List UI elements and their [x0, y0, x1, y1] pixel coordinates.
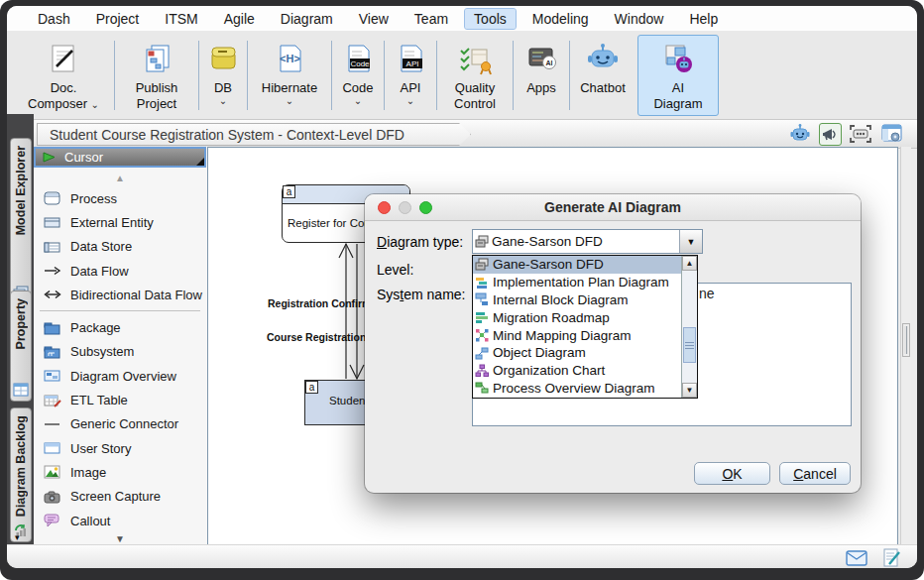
- dropdown-option-object-diagram[interactable]: Object Diagram: [473, 344, 697, 362]
- scroll-down-button[interactable]: ▼: [682, 383, 697, 398]
- breadcrumb[interactable]: Student Course Registration System - Con…: [37, 123, 471, 146]
- palette-item-image[interactable]: Image: [34, 460, 206, 484]
- zoom-icon[interactable]: [419, 201, 432, 214]
- etl-table-icon: [44, 394, 61, 407]
- flow-label-course-registration-request[interactable]: Course Registration R: [267, 331, 377, 343]
- chevron-down-icon: ⌄: [354, 96, 362, 106]
- cancel-button[interactable]: Cancel: [779, 462, 851, 485]
- code-icon: Code: [340, 39, 376, 80]
- menu-project[interactable]: Project: [87, 9, 149, 29]
- megaphone-icon[interactable]: [819, 123, 842, 146]
- dialog-title-bar[interactable]: Generate AI Diagram: [365, 194, 861, 221]
- document-edit-icon[interactable]: [883, 548, 901, 567]
- dropdown-option-internal-block[interactable]: Internal Block Diagram: [473, 291, 697, 309]
- tab-model-explorer[interactable]: Model Explorer: [10, 138, 32, 304]
- menu-window[interactable]: Window: [606, 9, 673, 29]
- right-panel-splitter[interactable]: [900, 147, 911, 547]
- splitter-grip[interactable]: [902, 323, 910, 357]
- scroll-up-button[interactable]: ▲: [682, 256, 697, 271]
- palette-scroll-down-arrow[interactable]: ▼: [34, 533, 206, 544]
- menu-team[interactable]: Team: [405, 9, 457, 29]
- palette-item-screen-capture[interactable]: Screen Capture: [34, 485, 206, 509]
- minimize-icon[interactable]: [399, 201, 411, 214]
- image-icon: [44, 465, 61, 479]
- menu-tools[interactable]: Tools: [465, 9, 516, 29]
- hibernate-label: Hibernate: [262, 80, 317, 95]
- palette-item-data-flow[interactable]: Data Flow: [34, 259, 206, 283]
- palette-scroll-up-arrow[interactable]: ▲: [34, 173, 206, 183]
- dropdown-option-migration-roadmap[interactable]: Migration Roadmap: [473, 308, 697, 326]
- left-tab-strip: Model Explorer Property Diagram Backlog …: [7, 114, 34, 544]
- diagram-type-dropdown-list: Gane-Sarson DFD Implementation Plan Diag…: [472, 255, 698, 399]
- apps-button[interactable]: AI Apps: [516, 35, 567, 116]
- menu-help[interactable]: Help: [680, 9, 727, 29]
- apps-icon: AI: [523, 39, 559, 80]
- dropdown-option-mind-mapping[interactable]: Mind Mapping Diagram: [473, 326, 697, 344]
- dropdown-scrollbar[interactable]: ▲ ▼: [681, 256, 697, 398]
- diagram-type-combobox[interactable]: Gane-Sarson DFD ▼: [472, 229, 703, 254]
- menu-diagram[interactable]: Diagram: [272, 9, 342, 29]
- mail-icon[interactable]: [846, 550, 867, 566]
- svg-text:AI: AI: [546, 59, 553, 66]
- api-button[interactable]: API API ⌄: [387, 35, 434, 116]
- dropdown-option-implementation-plan[interactable]: Implementation Plan Diagram: [473, 274, 697, 291]
- ok-button[interactable]: OK: [694, 462, 770, 485]
- ai-assistant-robot-icon[interactable]: [788, 122, 812, 146]
- palette-cursor-tool[interactable]: Cursor: [34, 147, 206, 168]
- gane-sarson-dfd-icon: [475, 258, 489, 272]
- menu-bar: Dash Project ITSM Agile Diagram View Tea…: [7, 6, 917, 31]
- palette-item-bidirectional-data-flow[interactable]: Bidirectional Data Flow: [34, 283, 206, 306]
- chatbot-button[interactable]: Chatbot: [572, 35, 634, 116]
- ai-diagram-icon: [658, 39, 698, 80]
- chevron-down-icon: ⌄: [286, 96, 293, 106]
- flow-label-registration-confirmation[interactable]: Registration Confirma: [268, 297, 377, 309]
- dropdown-option-organization-chart[interactable]: Organization Chart: [473, 362, 697, 380]
- property-icon: [13, 383, 29, 397]
- combobox-dropdown-arrow[interactable]: ▼: [679, 230, 702, 253]
- quality-control-button[interactable]: Quality Control: [439, 35, 511, 116]
- publish-project-icon: [139, 39, 174, 80]
- palette-item-callout[interactable]: Callout: [34, 509, 206, 532]
- ai-diagram-button[interactable]: AI Diagram: [637, 35, 719, 116]
- tab-model-explorer-label: Model Explorer: [14, 146, 28, 235]
- tab-diagram-backlog[interactable]: Diagram Backlog: [10, 407, 32, 542]
- dropdown-option-process-overview[interactable]: Process Overview Diagram: [473, 380, 697, 398]
- tab-property[interactable]: Property: [10, 290, 32, 402]
- diagram-title: Student Course Registration System - Con…: [50, 127, 404, 143]
- close-icon[interactable]: [378, 201, 391, 214]
- palette-item-etl-table[interactable]: ETL Table: [34, 388, 206, 411]
- scroll-thumb[interactable]: [683, 327, 696, 363]
- palette-item-process[interactable]: Process: [34, 186, 206, 210]
- code-button[interactable]: Code Code ⌄: [334, 35, 382, 116]
- dropdown-option-gane-sarson-dfd[interactable]: Gane-Sarson DFD: [473, 256, 697, 274]
- doc-composer-button[interactable]: Doc. Composer ⌄: [15, 35, 112, 116]
- data-flow-icon: [44, 264, 61, 278]
- publish-project-button[interactable]: Publish Project: [117, 35, 196, 116]
- chevron-down-icon: ⌄: [219, 96, 227, 106]
- palette-item-package[interactable]: Package: [34, 315, 206, 339]
- data-store-icon: [44, 240, 61, 254]
- panel-layout-icon[interactable]: [879, 122, 903, 146]
- ai-diagram-label2: Diagram: [653, 96, 702, 111]
- db-button[interactable]: DB ⌄: [201, 35, 245, 116]
- palette-item-subsystem[interactable]: Subsystem: [34, 340, 206, 364]
- menu-itsm[interactable]: ITSM: [156, 9, 206, 29]
- menu-modeling[interactable]: Modeling: [523, 9, 598, 29]
- palette-item-external-entity[interactable]: External Entity: [34, 210, 206, 234]
- palette-item-data-store[interactable]: Data Store: [34, 235, 206, 259]
- menu-agile[interactable]: Agile: [215, 9, 264, 29]
- diagram-overview-icon: [44, 369, 61, 383]
- ribbon-separator: [569, 41, 570, 110]
- process-overview-icon: [475, 381, 489, 395]
- gane-sarson-dfd-icon: [475, 235, 489, 249]
- menu-dash[interactable]: Dash: [29, 9, 79, 29]
- palette-item-user-story[interactable]: User Story: [34, 436, 206, 460]
- palette-item-generic-connector[interactable]: Generic Connector: [34, 412, 206, 436]
- hibernate-button[interactable]: <H> Hibernate ⌄: [250, 35, 329, 116]
- palette-item-diagram-overview[interactable]: Diagram Overview: [34, 364, 206, 388]
- app-screenshot: Dash Project ITSM Agile Diagram View Tea…: [0, 0, 924, 580]
- menu-view[interactable]: View: [350, 9, 398, 29]
- tab-strip-overflow-arrow[interactable]: ▾: [15, 532, 20, 542]
- ribbon-separator: [247, 41, 248, 110]
- fit-selection-icon[interactable]: [849, 122, 872, 146]
